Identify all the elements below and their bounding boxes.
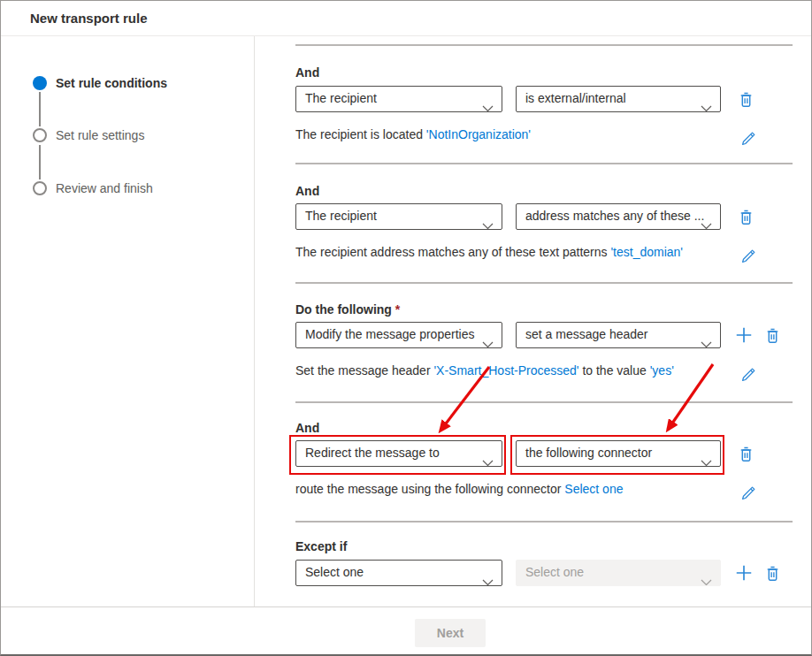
chevron-down-icon: [701, 332, 712, 348]
chevron-down-icon: [482, 451, 494, 467]
select-one-link[interactable]: Select one: [564, 482, 623, 496]
step-pending-circle-icon: [33, 128, 47, 142]
action-dropdown[interactable]: Modify the message properties: [295, 322, 502, 348]
action-summary: Set the message header 'X-Smart_Host-Pro…: [295, 362, 674, 379]
pencil-icon: [739, 248, 757, 265]
edit-action-button[interactable]: [738, 483, 759, 504]
step-connector: [39, 145, 41, 179]
dialog-title: New transport rule: [30, 11, 148, 26]
section-divider: [295, 401, 793, 403]
section-divider: [295, 282, 793, 284]
sidebar-separator: [254, 36, 255, 606]
add-action-button[interactable]: [733, 324, 755, 346]
connector-value-dropdown[interactable]: the following connector: [516, 440, 721, 467]
section-divider: [295, 163, 793, 164]
trash-icon: [737, 90, 755, 109]
trash-icon: [737, 208, 755, 226]
section-divider: [295, 521, 793, 523]
condition-value-text: 'NotInOrganization': [426, 127, 531, 141]
chevron-down-icon: [701, 96, 712, 112]
dialog-header: New transport rule: [1, 1, 811, 36]
chevron-down-icon: [701, 451, 712, 467]
condition-label: And: [295, 64, 319, 81]
step-pending-circle-icon: [33, 181, 47, 195]
exception-dropdown[interactable]: Select one: [295, 560, 502, 586]
step-set-rule-settings[interactable]: Set rule settings: [1, 128, 249, 155]
next-button[interactable]: Next: [415, 619, 486, 647]
chevron-down-icon: [482, 214, 494, 230]
edit-action-button[interactable]: [738, 364, 759, 385]
step-review-and-finish[interactable]: Review and finish: [1, 181, 249, 208]
delete-condition-button[interactable]: [735, 206, 756, 227]
required-asterisk: *: [395, 302, 400, 317]
chevron-down-icon: [701, 570, 712, 586]
pencil-icon: [739, 366, 757, 384]
delete-exception-button[interactable]: [762, 562, 783, 584]
edit-condition-button[interactable]: [738, 128, 759, 149]
pencil-icon: [739, 484, 757, 502]
condition-summary: The recipient address matches any of the…: [295, 243, 683, 261]
step-connector: [39, 92, 41, 126]
condition-dropdown[interactable]: The recipient: [295, 86, 502, 112]
action-value-dropdown[interactable]: set a message header: [516, 322, 721, 348]
chevron-down-icon: [482, 96, 494, 112]
action-value-text: 'yes': [650, 363, 674, 378]
delete-condition-button[interactable]: [735, 88, 756, 110]
delete-action-button[interactable]: [762, 324, 783, 346]
chevron-down-icon: [482, 332, 494, 348]
condition-value-dropdown[interactable]: is external/internal: [516, 86, 721, 112]
action-label: Do the following *: [295, 301, 400, 318]
annotation-arrow-right: [668, 364, 713, 430]
section-divider: [295, 44, 793, 46]
plus-icon: [734, 325, 754, 345]
pencil-icon: [739, 130, 757, 148]
footer-separator: [1, 606, 811, 607]
condition-summary: The recipient is located 'NotInOrganizat…: [295, 126, 531, 143]
step-label: Review and finish: [56, 181, 153, 196]
condition-value-dropdown[interactable]: address matches any of these ...: [516, 203, 721, 230]
exception-label: Except if: [295, 538, 347, 555]
chevron-down-icon: [482, 570, 494, 586]
step-label: Set rule conditions: [56, 76, 167, 91]
trash-icon: [737, 445, 755, 463]
delete-action-button[interactable]: [735, 443, 756, 464]
action-summary: route the message using the following co…: [295, 480, 623, 498]
step-set-rule-conditions[interactable]: Set rule conditions: [1, 76, 249, 103]
new-transport-rule-dialog: New transport rule Set rule conditions S…: [0, 0, 812, 656]
redirect-action-dropdown[interactable]: Redirect the message to: [295, 440, 502, 467]
step-active-circle-icon: [33, 76, 47, 90]
action-value-text: 'X-Smart_Host-Processed': [433, 363, 578, 378]
trash-icon: [763, 326, 782, 345]
step-label: Set rule settings: [56, 128, 144, 143]
exception-value-dropdown: Select one: [516, 560, 721, 586]
condition-label: And: [295, 182, 319, 200]
add-exception-button[interactable]: [733, 562, 755, 584]
condition-value-text: 'test_domian': [610, 245, 683, 259]
plus-icon: [734, 563, 754, 583]
condition-dropdown[interactable]: The recipient: [295, 203, 502, 230]
trash-icon: [763, 564, 782, 583]
edit-condition-button[interactable]: [738, 246, 759, 267]
action-label: And: [295, 419, 319, 437]
